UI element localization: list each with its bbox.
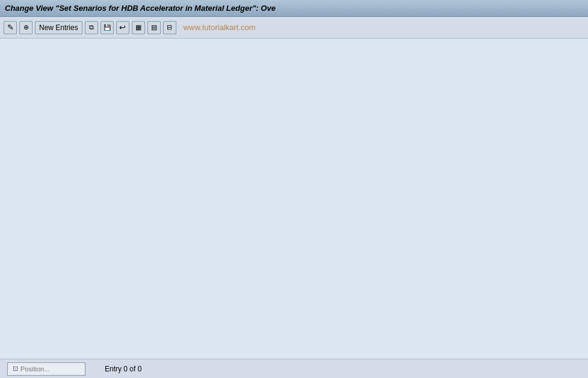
undo-icon: ↩ (119, 23, 126, 31)
toolbar: ✎ ⊕ New Entries ⧉ 💾 ↩ ▦ ▤ ⊟ www.tutorial… (0, 17, 588, 39)
main-content (0, 39, 588, 359)
magnifier-icon: ⊕ (23, 24, 29, 31)
title-text: Change View "Set Senarios for HDB Accele… (5, 4, 276, 13)
list-icon: ⊟ (167, 24, 172, 31)
watermark-text: www.tutorialkart.com (184, 23, 256, 32)
new-entries-label: New Entries (39, 23, 78, 32)
edit-icon: ✎ (7, 23, 14, 31)
grid-icon: ▤ (151, 24, 157, 31)
list-view-button[interactable]: ⊟ (163, 21, 176, 34)
edit-button[interactable]: ✎ (4, 21, 17, 34)
position-label: Position... (20, 365, 49, 373)
copy-button[interactable]: ⧉ (85, 21, 98, 34)
display-button[interactable]: ⊕ (19, 21, 32, 34)
copy-icon: ⧉ (89, 24, 94, 31)
position-button[interactable]: ⊡ Position... (7, 362, 85, 376)
new-entries-button[interactable]: New Entries (35, 21, 82, 34)
undo-button[interactable]: ↩ (116, 21, 129, 34)
table-icon: ▦ (135, 24, 141, 31)
grid-view-button[interactable]: ▤ (147, 21, 161, 34)
save-icon: 💾 (104, 25, 111, 31)
save-button[interactable]: 💾 (101, 21, 114, 34)
position-icon: ⊡ (13, 365, 18, 372)
table-view-button[interactable]: ▦ (132, 21, 145, 34)
title-bar: Change View "Set Senarios for HDB Accele… (0, 0, 588, 17)
entry-count: Entry 0 of 0 (105, 365, 141, 373)
status-bar: ⊡ Position... Entry 0 of 0 (0, 359, 588, 378)
